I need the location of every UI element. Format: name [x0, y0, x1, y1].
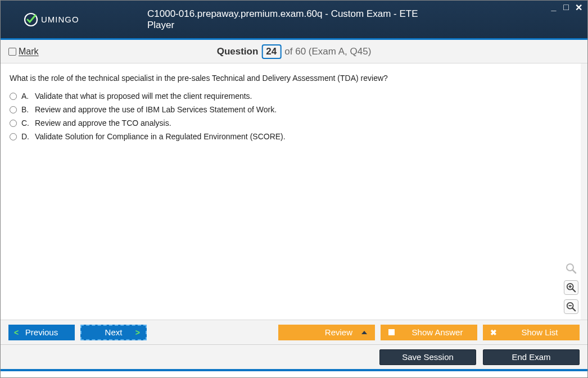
- answer-letter: B.: [21, 105, 30, 114]
- bottom-accent-bar: [1, 369, 587, 371]
- close-button[interactable]: ✕: [574, 3, 583, 12]
- logo-check-icon: [23, 12, 39, 28]
- question-label: Question: [217, 46, 259, 57]
- answer-text: Validate that what is proposed will met …: [35, 92, 252, 101]
- show-list-button[interactable]: ✖ Show List: [483, 325, 580, 340]
- answer-radio[interactable]: [10, 93, 17, 100]
- window-title: C1000-016.prepaway.premium.exam.60q - Cu…: [147, 8, 441, 31]
- svg-line-2: [573, 270, 576, 273]
- maximize-button[interactable]: □: [562, 3, 571, 12]
- answer-radio[interactable]: [10, 120, 17, 127]
- session-footer: Save Session End Exam: [1, 344, 587, 369]
- answer-radio[interactable]: [10, 106, 17, 113]
- square-icon: [388, 329, 395, 335]
- zoom-in-icon[interactable]: [564, 280, 578, 295]
- save-session-button[interactable]: Save Session: [379, 349, 476, 365]
- review-button[interactable]: Review: [278, 325, 375, 340]
- mark-label: Mark: [19, 47, 39, 57]
- zoom-out-icon[interactable]: [564, 299, 578, 314]
- answer-text: Review and approve the TCO analysis.: [35, 119, 171, 127]
- answer-letter: D.: [21, 132, 30, 141]
- answer-row[interactable]: C. Review and approve the TCO analysis.: [10, 119, 572, 127]
- question-number: 24: [261, 44, 281, 59]
- answer-text: Review and approve the use of IBM Lab Se…: [35, 105, 277, 114]
- search-icon[interactable]: [564, 261, 578, 276]
- minimize-button[interactable]: _: [549, 3, 558, 12]
- triangle-up-icon: [361, 331, 367, 334]
- show-list-label: Show List: [521, 327, 558, 337]
- svg-line-8: [573, 308, 576, 311]
- answer-letter: C.: [21, 119, 30, 127]
- save-session-label: Save Session: [402, 352, 454, 362]
- arrow-right-icon: >: [135, 328, 140, 337]
- mark-checkbox[interactable]: [8, 48, 16, 56]
- review-label: Review: [325, 327, 352, 337]
- question-total: of 60 (Exam A, Q45): [284, 46, 371, 57]
- titlebar: UMINGO C1000-016.prepaway.premium.exam.6…: [1, 1, 587, 38]
- show-answer-button[interactable]: Show Answer: [381, 325, 477, 340]
- answer-row[interactable]: A. Validate that what is proposed will m…: [10, 92, 572, 101]
- window-controls: _ □ ✕: [549, 3, 583, 12]
- answer-text: Validate Solution for Compliance in a Re…: [35, 132, 286, 141]
- previous-label: Previous: [25, 327, 58, 337]
- previous-button[interactable]: < Previous: [8, 325, 75, 340]
- question-header: Mark Question 24 of 60 (Exam A, Q45): [1, 40, 587, 63]
- arrow-left-icon: <: [14, 328, 19, 337]
- next-button[interactable]: Next >: [80, 325, 147, 340]
- answer-row[interactable]: D. Validate Solution for Compliance in a…: [10, 132, 572, 141]
- show-answer-label: Show Answer: [412, 327, 463, 337]
- question-content: What is the role of the technical specia…: [1, 63, 587, 320]
- app-logo: UMINGO: [23, 12, 79, 28]
- answers-list: A. Validate that what is proposed will m…: [10, 92, 572, 141]
- next-label: Next: [105, 327, 123, 337]
- svg-line-4: [573, 289, 576, 292]
- navigation-footer: < Previous Next > Review Show Answer ✖ S…: [1, 320, 587, 344]
- mark-zone[interactable]: Mark: [8, 47, 39, 57]
- answer-row[interactable]: B. Review and approve the use of IBM Lab…: [10, 105, 572, 114]
- x-icon: ✖: [490, 328, 497, 337]
- zoom-controls: [564, 261, 578, 314]
- end-exam-label: End Exam: [512, 352, 550, 362]
- end-exam-button[interactable]: End Exam: [483, 349, 580, 365]
- logo-text: UMINGO: [41, 15, 79, 24]
- question-text: What is the role of the technical specia…: [10, 74, 572, 83]
- answer-radio[interactable]: [10, 133, 17, 140]
- answer-letter: A.: [21, 92, 30, 101]
- question-counter: Question 24 of 60 (Exam A, Q45): [217, 44, 372, 59]
